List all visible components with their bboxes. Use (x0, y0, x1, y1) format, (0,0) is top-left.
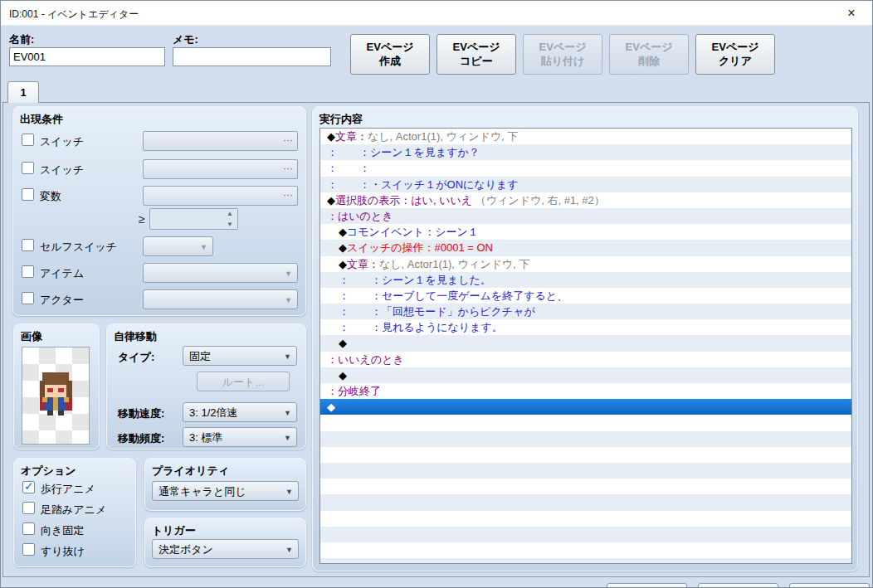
contents-title: 実行内容 (319, 112, 363, 127)
chevron-down-icon: ▼ (285, 296, 292, 304)
variable-checkbox[interactable]: ✓ (22, 188, 34, 201)
name-input[interactable] (9, 47, 165, 66)
command-segment: ： ：シーン１を見ますか？ (327, 146, 480, 158)
command-segment: ◆ (339, 337, 347, 349)
switch2-checkbox[interactable]: ✓ (22, 162, 34, 174)
memo-input[interactable] (173, 47, 331, 66)
actor-checkbox[interactable]: ✓ (22, 292, 34, 304)
spinner-down-icon: ▼ (227, 221, 233, 228)
chevron-down-icon: ▼ (200, 243, 207, 251)
direction-fix-label: 向き固定 (41, 523, 84, 538)
through-checkbox[interactable]: ✓ (22, 543, 35, 556)
self-switch-select: ▼ (143, 236, 213, 256)
trigger-value: 決定ボタン (159, 543, 213, 556)
dialog-bottom-button-1[interactable] (607, 583, 687, 588)
ev-page-button-label: EVページ (539, 41, 587, 55)
empty-row (320, 479, 851, 494)
type-label: タイプ: (118, 350, 154, 365)
speed-label: 移動速度: (118, 406, 164, 421)
speed-select[interactable]: 3: 1/2倍速▼ (183, 402, 297, 422)
command-row[interactable]: ◆ (320, 335, 851, 351)
empty-row (320, 558, 851, 564)
self-switch-label: セルフスイッチ (40, 240, 117, 255)
ev-page-button-1[interactable]: EVページ作成 (350, 34, 430, 75)
self-switch-checkbox[interactable]: ✓ (22, 239, 34, 251)
command-row[interactable]: ： ：シーン１を見ますか？ (320, 144, 851, 160)
switch1-checkbox[interactable]: ✓ (22, 134, 34, 146)
command-row[interactable]: ：分岐終了 (320, 383, 851, 399)
command-segment: ： ：シーン１を見ました。 (339, 274, 491, 286)
speed-value: 3: 1/2倍速 (189, 406, 238, 419)
command-row[interactable]: ：はいのとき (320, 208, 851, 224)
command-row[interactable]: ： ：・スイッチ１がONになります (320, 177, 851, 192)
chevron-down-icon: ▼ (285, 270, 292, 278)
memo-label: メモ: (173, 32, 198, 47)
ev-page-button-3: EVページ貼り付け (523, 34, 602, 75)
stepping-anim-checkbox[interactable]: ✓ (22, 502, 35, 514)
ellipsis-icon: ··· (283, 163, 293, 174)
through-label: すり抜け (41, 544, 85, 559)
gte-symbol: ≥ (139, 212, 145, 226)
item-checkbox[interactable]: ✓ (22, 265, 34, 278)
priority-select[interactable]: 通常キャラと同じ▼ (152, 481, 299, 501)
ev-page-button-label: EVページ (626, 41, 673, 55)
command-row[interactable]: ◆スイッチの操作：#0001 = ON (320, 240, 851, 255)
command-segment: 文章： (347, 258, 379, 270)
route-button: ルート... (197, 372, 290, 391)
ev-page-button-2[interactable]: EVページコピー (436, 34, 516, 75)
command-row[interactable]: ◆コモンイベント：シーン１ (320, 224, 851, 240)
contents-panel: 実行内容 ◆文章：なし, Actor1(1), ウィンドウ, 下： ：シーン１を… (312, 106, 858, 571)
ev-page-button-5[interactable]: EVページクリア (695, 34, 775, 75)
command-row[interactable]: ◆ (320, 367, 851, 383)
image-title: 画像 (21, 329, 42, 344)
switch2-label: スイッチ (40, 163, 84, 177)
options-title: オプション (21, 464, 76, 479)
ev-page-button-label: コピー (460, 55, 493, 69)
empty-row (320, 511, 851, 527)
switch1-picker: ··· (143, 131, 298, 151)
window-title: ID:001 - イベントエディター (9, 7, 139, 22)
chevron-down-icon: ▼ (285, 546, 293, 554)
command-list[interactable]: ◆文章：なし, Actor1(1), ウィンドウ, 下： ：シーン１を見ますか？… (319, 128, 852, 564)
command-row[interactable]: ：いいえのとき (320, 352, 851, 367)
check-icon: ✓ (24, 479, 34, 493)
ev-page-button-label: EVページ (712, 41, 759, 55)
frequency-select[interactable]: 3: 標準▼ (183, 427, 297, 447)
dialog-bottom-button-2[interactable] (698, 583, 778, 588)
tab-page-1[interactable]: 1 (7, 81, 39, 103)
command-row[interactable]: ◆文章：なし, Actor1(1), ウィンドウ, 下 (320, 256, 851, 272)
event-editor-window: { "window": { "title": "ID:001 - イベントエディ… (0, 0, 873, 588)
command-segment: ◆ (327, 401, 335, 413)
item-select: ▼ (143, 263, 298, 283)
chevron-down-icon: ▼ (284, 352, 291, 361)
actor-select: ▼ (143, 289, 298, 309)
command-segment: ： ：セーブして一度ゲームを終了すると、 (339, 289, 568, 302)
command-row[interactable]: ： ：「回想モード」からピクチャが (320, 304, 851, 319)
command-row[interactable]: ◆文章：なし, Actor1(1), ウィンドウ, 下 (320, 129, 851, 144)
dialog-bottom-button-3[interactable] (789, 583, 870, 588)
command-row[interactable]: ： ：見れるようになります。 (320, 319, 851, 335)
command-segment: ： ：「回想モード」からピクチャが (339, 305, 535, 318)
command-row[interactable]: ： ：セーブして一度ゲームを終了すると、 (320, 288, 851, 304)
walking-anim-checkbox[interactable]: ✓ (22, 481, 35, 493)
ev-page-button-label: EVページ (453, 41, 500, 55)
command-segment: ◆ (339, 258, 347, 270)
ev-page-button-label: EVページ (367, 41, 414, 55)
command-row[interactable]: ： ： (320, 160, 851, 176)
ev-page-button-label: 貼り付け (541, 55, 585, 69)
character-image-box[interactable] (22, 347, 90, 445)
command-row[interactable]: ◆ (320, 399, 851, 415)
trigger-select[interactable]: 決定ボタン▼ (152, 539, 299, 559)
options-panel: オプション ✓ 歩行アニメ ✓ 足踏みアニメ ✓ 向き固定 ✓ すり抜け (13, 458, 136, 567)
conditions-panel: 出現条件 ✓ スイッチ ··· ✓ スイッチ ··· ✓ 変数 ··· ≥ ▲ … (12, 106, 306, 316)
command-row[interactable]: ： ：シーン１を見ました。 (320, 272, 851, 288)
close-icon[interactable]: × (842, 5, 861, 22)
ellipsis-icon: ··· (283, 189, 293, 201)
empty-row (320, 542, 851, 558)
type-select[interactable]: 固定▼ (183, 346, 297, 366)
command-segment: （ウィンドウ, 右, #1, #2） (472, 194, 605, 207)
command-segment: ： ：見れるようになります。 (339, 321, 503, 333)
direction-fix-checkbox[interactable]: ✓ (22, 522, 35, 535)
command-row[interactable]: ◆選択肢の表示：はい, いいえ （ウィンドウ, 右, #1, #2） (320, 192, 851, 208)
command-segment: ◆ (327, 194, 335, 207)
